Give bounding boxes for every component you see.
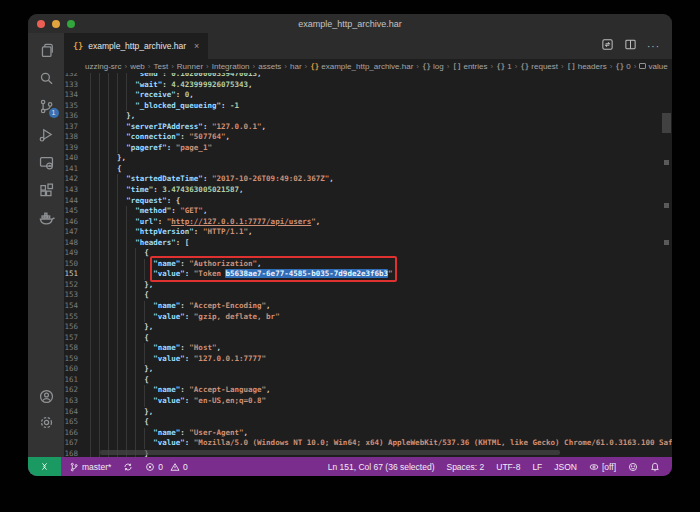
cursor-position-status[interactable]: Ln 151, Col 67 (36 selected) (328, 462, 435, 472)
code-line-145[interactable]: 145 "method": "GET", (64, 206, 672, 217)
code-line-140[interactable]: 140 }, (64, 153, 672, 164)
remote-explorer-icon[interactable] (38, 154, 55, 171)
breadcrumb-item-har[interactable]: har (290, 62, 302, 71)
line-number[interactable]: 165 (64, 417, 90, 428)
code-line-165[interactable]: 165 { (64, 417, 672, 428)
line-number[interactable]: 160 (64, 364, 90, 375)
close-window-button[interactable] (37, 20, 45, 28)
breadcrumb-item-log[interactable]: {}log (422, 62, 444, 71)
line-number[interactable]: 151 (64, 269, 90, 280)
sync-status[interactable] (123, 462, 133, 472)
code-line-135[interactable]: 135 "_blocked_queueing": -1 (64, 101, 672, 112)
line-number[interactable]: 146 (64, 217, 90, 228)
code-line-137[interactable]: 137 "serverIPAddress": "127.0.0.1", (64, 122, 672, 133)
code-line-157[interactable]: 157 { (64, 333, 672, 344)
notifications-button[interactable] (650, 462, 660, 472)
breadcrumb-item-0[interactable]: {}0 (615, 62, 630, 71)
open-changes-icon[interactable] (601, 37, 614, 55)
code-line-133[interactable]: 133 "wait": 4.423999926075343, (64, 80, 672, 91)
code-line-158[interactable]: 158 "name": "Host", (64, 343, 672, 354)
line-number[interactable]: 158 (64, 343, 90, 354)
line-number[interactable]: 134 (64, 90, 90, 101)
code-line-144[interactable]: 144 "request": { (64, 196, 672, 207)
zoom-window-button[interactable] (67, 20, 75, 28)
code-line-160[interactable]: 160 }, (64, 364, 672, 375)
encoding-status[interactable]: UTF-8 (496, 462, 520, 472)
line-number[interactable]: 137 (64, 122, 90, 133)
run-debug-icon[interactable] (38, 126, 55, 143)
breadcrumb-item-entries[interactable]: []entries (452, 62, 487, 71)
horizontal-scrollbar-thumb[interactable] (100, 450, 560, 455)
code-line-163[interactable]: 163 "value": "en-US,en;q=0.8" (64, 396, 672, 407)
line-number[interactable]: 155 (64, 312, 90, 323)
line-number[interactable]: 152 (64, 280, 90, 291)
line-number[interactable]: 141 (64, 164, 90, 175)
line-number[interactable]: 139 (64, 143, 90, 154)
vertical-scrollbar-thumb[interactable] (662, 113, 671, 133)
code-line-152[interactable]: 152 }, (64, 280, 672, 291)
code-line-164[interactable]: 164 }, (64, 407, 672, 418)
code-line-161[interactable]: 161 { (64, 375, 672, 386)
feedback-button[interactable] (628, 462, 638, 472)
line-number[interactable]: 161 (64, 375, 90, 386)
highlight-toggle-status[interactable]: [off] (589, 462, 616, 472)
docker-icon[interactable] (38, 210, 55, 227)
line-number[interactable]: 148 (64, 238, 90, 249)
code-line-134[interactable]: 134 "receive": 0, (64, 90, 672, 101)
code-line-167[interactable]: 167 "value": "Mozilla/5.0 (Windows NT 10… (64, 438, 672, 449)
line-number[interactable]: 162 (64, 385, 90, 396)
line-number[interactable]: 167 (64, 438, 90, 449)
code-line-155[interactable]: 155 "value": "gzip, deflate, br" (64, 312, 672, 323)
breadcrumb-item-test[interactable]: Test (153, 62, 168, 71)
breadcrumb-item-web[interactable]: web (130, 62, 145, 71)
minimize-window-button[interactable] (52, 20, 60, 28)
code-line-154[interactable]: 154 "name": "Accept-Encoding", (64, 301, 672, 312)
breadcrumb-item-assets[interactable]: assets (258, 62, 281, 71)
code-line-166[interactable]: 166 "name": "User-Agent", (64, 428, 672, 439)
breadcrumb-item-value[interactable]: value (639, 62, 667, 71)
code-line-159[interactable]: 159 "value": "127.0.0.1:7777" (64, 354, 672, 365)
settings-gear-icon[interactable] (38, 414, 55, 431)
line-number[interactable]: 163 (64, 396, 90, 407)
breadcrumb-item-headers[interactable]: []headers (567, 62, 607, 71)
code-line-142[interactable]: 142 "startedDateTime": "2017-10-26T09:49… (64, 174, 672, 185)
line-number[interactable]: 133 (64, 80, 90, 91)
title-bar[interactable]: example_http_archive.har (28, 14, 672, 33)
line-number[interactable]: 154 (64, 301, 90, 312)
explorer-icon[interactable] (38, 42, 55, 59)
line-number[interactable]: 157 (64, 333, 90, 344)
problems-status[interactable]: 0 0 (145, 462, 187, 472)
language-mode-status[interactable]: JSON (554, 462, 577, 472)
code-line-139[interactable]: 139 "pageref": "page_1" (64, 143, 672, 154)
code-line-153[interactable]: 153 { (64, 290, 672, 301)
breadcrumb-item-request[interactable]: {}request (520, 62, 558, 71)
code-line-150[interactable]: 150 "name": "Authorization", (64, 259, 672, 270)
code-line-151[interactable]: 151 "value": "Token b5638ae7-6e77-4585-b… (64, 269, 672, 280)
line-number[interactable]: 156 (64, 322, 90, 333)
close-tab-icon[interactable]: × (194, 41, 199, 51)
git-branch-status[interactable]: master* (69, 462, 111, 472)
remote-indicator[interactable] (28, 457, 61, 476)
line-number[interactable]: 140 (64, 153, 90, 164)
line-number[interactable]: 135 (64, 101, 90, 112)
breadcrumb-item-uzzing-src[interactable]: uzzing-src (85, 62, 121, 71)
code-line-148[interactable]: 148 "headers": [ (64, 238, 672, 249)
code-line-147[interactable]: 147 "httpVersion": "HTTP/1.1", (64, 227, 672, 238)
search-icon[interactable] (38, 70, 55, 87)
breadcrumb-item-example-http-archive-har[interactable]: {}example_http_archive.har (310, 62, 413, 71)
line-number[interactable]: 142 (64, 174, 90, 185)
code-line-143[interactable]: 143 "time": 3.474363005021587, (64, 185, 672, 196)
more-actions-icon[interactable]: ··· (647, 41, 660, 52)
code-line-156[interactable]: 156 }, (64, 322, 672, 333)
split-editor-icon[interactable] (624, 37, 637, 55)
indentation-status[interactable]: Spaces: 2 (446, 462, 484, 472)
account-icon[interactable] (38, 388, 55, 405)
line-number[interactable]: 136 (64, 111, 90, 122)
line-number[interactable]: 138 (64, 132, 90, 143)
horizontal-scrollbar[interactable] (100, 450, 660, 455)
code-line-146[interactable]: 146 "url": "http://127.0.0.1:7777/api/us… (64, 217, 672, 228)
breadcrumb-item-integration[interactable]: Integration (212, 62, 250, 71)
breadcrumb-item-runner[interactable]: Runner (177, 62, 203, 71)
code-line-149[interactable]: 149 { (64, 248, 672, 259)
line-number[interactable]: 143 (64, 185, 90, 196)
